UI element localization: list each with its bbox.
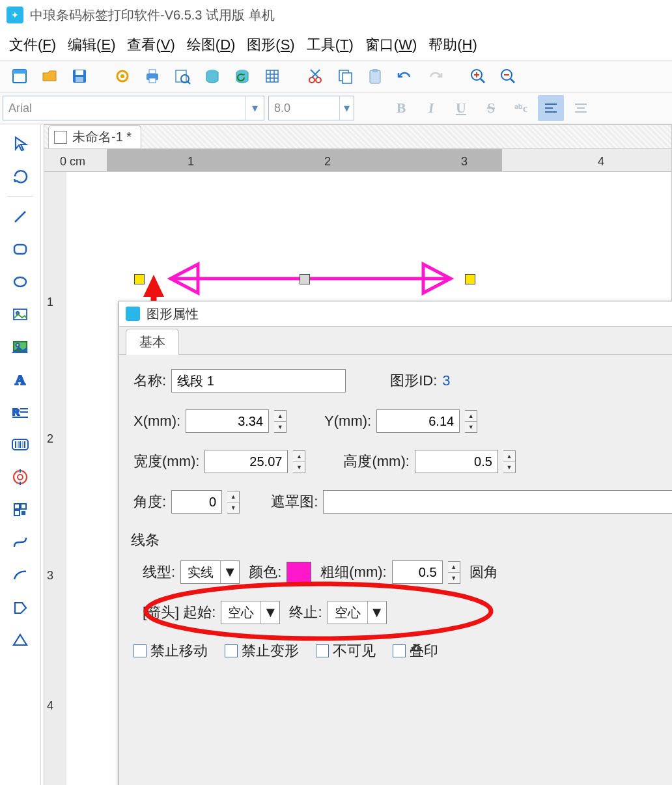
save-button[interactable] — [66, 63, 92, 89]
underline-button[interactable]: U — [448, 95, 474, 121]
menu-view[interactable]: 查看(V) — [127, 35, 175, 55]
canvas[interactable]: 1 2 3 4 — [44, 172, 672, 785]
width-input[interactable] — [204, 450, 288, 473]
angle-input[interactable] — [171, 490, 222, 514]
paste-button[interactable] — [362, 63, 388, 89]
nomove-checkbox[interactable]: 禁止移动 — [133, 641, 208, 661]
curve-tool[interactable] — [4, 527, 36, 557]
main-toolbar — [0, 60, 672, 92]
id-label: 图形ID: — [390, 371, 437, 391]
ruler-vertical[interactable]: 1 2 3 4 — [44, 172, 67, 785]
arrow-start-value: 空心 — [221, 604, 260, 622]
properties-dialog[interactable]: 图形属性 基本 名称: 图形ID: — [119, 301, 672, 785]
undo-button[interactable] — [392, 63, 418, 89]
menu-help[interactable]: 帮助(H) — [428, 35, 477, 55]
database-refresh-button[interactable] — [229, 63, 255, 89]
rotate-tool[interactable] — [4, 161, 36, 191]
cut-button[interactable] — [302, 63, 328, 89]
settings-button[interactable] — [109, 63, 135, 89]
ruler-horizontal[interactable]: 0 cm 1 2 3 4 — [44, 149, 672, 172]
ellipse-tool[interactable] — [4, 267, 36, 297]
chevron-down-icon[interactable]: ▾ — [245, 96, 264, 120]
print-button[interactable] — [139, 63, 165, 89]
overprint-checkbox[interactable]: 叠印 — [393, 641, 438, 661]
page[interactable]: 图形属性 基本 名称: 图形ID: — [66, 172, 671, 785]
arc-tool[interactable] — [4, 560, 36, 590]
name-input[interactable] — [171, 369, 346, 392]
thickness-spinner[interactable]: ▲▼ — [448, 561, 460, 584]
x-input[interactable] — [186, 409, 269, 433]
image-tool[interactable] — [4, 299, 36, 329]
database-button[interactable] — [199, 63, 225, 89]
document-tab[interactable]: 未命名-1 * — [48, 125, 141, 148]
bold-button[interactable]: B — [388, 95, 414, 121]
noresize-checkbox[interactable]: 禁止变形 — [225, 641, 299, 661]
align-center-button[interactable] — [568, 95, 594, 121]
height-spinner[interactable]: ▲▼ — [503, 450, 516, 473]
cursor-tool[interactable] — [4, 128, 36, 158]
selection-handle[interactable] — [465, 274, 475, 284]
triangle-tool[interactable] — [4, 625, 36, 655]
font-name-input[interactable] — [3, 96, 245, 120]
menu-file[interactable]: 文件(F) — [9, 35, 56, 55]
invisible-checkbox[interactable]: 不可见 — [316, 641, 376, 661]
polygon-tool[interactable] — [4, 592, 36, 622]
strike-button[interactable]: S — [478, 95, 504, 121]
redo-button[interactable] — [422, 63, 448, 89]
arrow-start-label: [箭头] 起始: — [143, 603, 216, 622]
linetype-value: 实线 — [181, 564, 220, 581]
x-spinner[interactable]: ▲▼ — [274, 410, 287, 433]
linetype-select[interactable]: 实线 ▼ — [180, 560, 240, 584]
svg-rect-4 — [76, 77, 83, 82]
thickness-input[interactable] — [392, 560, 443, 584]
copy-button[interactable] — [332, 63, 358, 89]
line-shape[interactable] — [138, 259, 483, 298]
chevron-down-icon[interactable]: ▼ — [367, 601, 386, 624]
font-name-combo[interactable]: ▾ — [3, 96, 264, 120]
selection-handle[interactable] — [134, 274, 145, 284]
color-swatch[interactable] — [287, 562, 311, 583]
open-button[interactable] — [36, 63, 63, 89]
y-spinner[interactable]: ▲▼ — [465, 410, 477, 433]
width-spinner[interactable]: ▲▼ — [293, 450, 305, 473]
font-size-combo[interactable]: ▾ — [268, 96, 354, 120]
new-button[interactable] — [7, 63, 33, 89]
chevron-down-icon[interactable]: ▾ — [339, 96, 354, 120]
line-tool[interactable] — [4, 202, 36, 232]
preview-button[interactable] — [169, 63, 195, 89]
arrow-end-select[interactable]: 空心 ▼ — [328, 601, 387, 624]
angle-spinner[interactable]: ▲▼ — [227, 491, 240, 514]
y-input[interactable] — [376, 409, 460, 433]
barcode-tool[interactable] — [4, 430, 36, 460]
selection-handle[interactable] — [300, 274, 310, 284]
tab-basic[interactable]: 基本 — [126, 329, 179, 355]
ruler-mark: 4 — [47, 699, 53, 713]
grid-button[interactable] — [259, 63, 285, 89]
font-size-input[interactable] — [269, 96, 339, 120]
menu-window[interactable]: 窗口(W) — [365, 35, 417, 55]
height-input[interactable] — [415, 450, 498, 473]
name-label: 名称: — [133, 371, 166, 391]
dialog-title-bar[interactable]: 图形属性 — [119, 301, 672, 327]
align-left-button[interactable] — [538, 95, 564, 121]
italic-button[interactable]: I — [418, 95, 444, 121]
superscript-button[interactable]: ᵃᵇc — [508, 95, 534, 121]
ruler-mark: 3 — [47, 569, 53, 583]
menu-edit[interactable]: 编辑(E) — [68, 35, 115, 55]
arrow-start-select[interactable]: 空心 ▼ — [221, 601, 280, 624]
menu-tools[interactable]: 工具(T) — [307, 35, 354, 55]
chevron-down-icon[interactable]: ▼ — [220, 561, 239, 583]
picture-tool[interactable] — [4, 332, 36, 362]
mask-input[interactable] — [323, 490, 672, 514]
zoom-out-button[interactable] — [495, 63, 521, 89]
chevron-down-icon[interactable]: ▼ — [260, 601, 279, 624]
text-tool[interactable]: A — [4, 365, 36, 394]
menu-shape[interactable]: 图形(S) — [247, 35, 294, 55]
roundrect-tool[interactable] — [4, 234, 36, 264]
round-label: 圆角 — [469, 562, 498, 582]
menu-draw[interactable]: 绘图(D) — [187, 35, 236, 55]
zoom-in-button[interactable] — [465, 63, 491, 89]
qrcode-tool[interactable] — [4, 462, 36, 492]
richtext-tool[interactable]: R — [4, 397, 36, 427]
2dcode-tool[interactable] — [4, 495, 36, 525]
